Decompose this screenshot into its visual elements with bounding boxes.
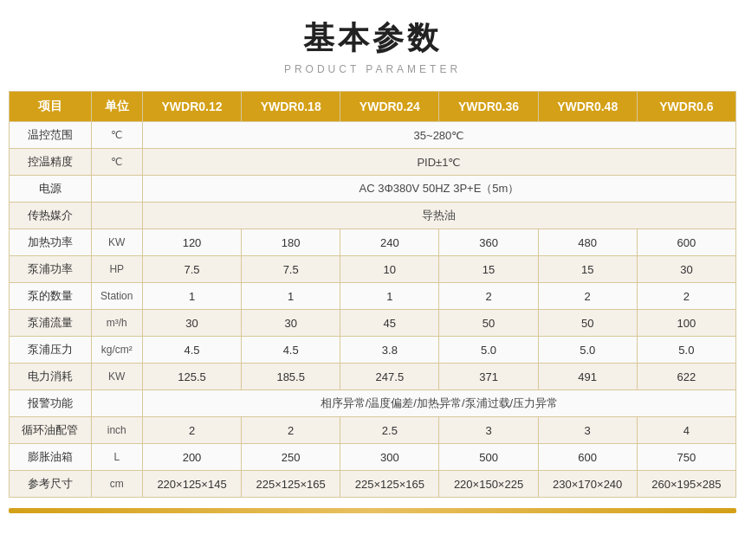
row-8-val-5: 5.0	[637, 337, 735, 364]
row-unit-0: ℃	[91, 122, 142, 149]
row-7-val-0: 30	[142, 310, 241, 337]
row-4-val-3: 360	[439, 229, 538, 256]
row-8-val-1: 4.5	[242, 337, 340, 364]
row-13-val-1: 225×125×165	[242, 471, 340, 498]
row-unit-9: KW	[91, 364, 142, 390]
row-unit-13: cm	[91, 471, 142, 498]
table-row: 泵浦压力kg/cm²4.54.53.85.05.05.0	[10, 337, 736, 364]
row-label-8: 泵浦压力	[10, 337, 92, 364]
row-12-val-0: 200	[142, 444, 241, 471]
row-label-10: 报警功能	[10, 390, 92, 417]
row-9-val-5: 622	[637, 364, 735, 390]
row-4-val-5: 600	[637, 229, 735, 256]
row-8-val-4: 5.0	[538, 337, 637, 364]
page-subtitle: PRODUCT PARAMETER	[284, 63, 461, 75]
row-7-val-2: 45	[340, 310, 439, 337]
row-span-3: 导热油	[142, 203, 735, 229]
row-unit-2	[91, 176, 142, 203]
col-header-6: YWDR0.48	[538, 92, 637, 122]
row-6-val-1: 1	[242, 283, 340, 310]
row-label-1: 控温精度	[10, 149, 92, 176]
row-12-val-4: 600	[538, 444, 637, 471]
row-unit-6: Station	[91, 283, 142, 310]
table-row: 膨胀油箱L200250300500600750	[10, 444, 736, 471]
col-header-1: 单位	[91, 92, 142, 122]
row-11-val-5: 4	[637, 417, 735, 444]
col-header-7: YWDR0.6	[637, 92, 735, 122]
page-title: 基本参数	[303, 17, 442, 60]
row-13-val-0: 220×125×145	[142, 471, 241, 498]
row-6-val-2: 1	[340, 283, 439, 310]
row-7-val-4: 50	[538, 310, 637, 337]
row-13-val-5: 260×195×285	[637, 471, 735, 498]
row-13-val-3: 220×150×225	[439, 471, 538, 498]
table-row: 报警功能相序异常/温度偏差/加热异常/泵浦过载/压力异常	[10, 390, 736, 417]
row-4-val-4: 480	[538, 229, 637, 256]
table-row: 传热媒介导热油	[10, 203, 736, 229]
row-label-11: 循环油配管	[10, 417, 92, 444]
row-label-6: 泵的数量	[10, 283, 92, 310]
row-unit-12: L	[91, 444, 142, 471]
row-5-val-4: 15	[538, 256, 637, 283]
table-row: 泵浦功率HP7.57.510151530	[10, 256, 736, 283]
row-11-val-0: 2	[142, 417, 241, 444]
row-4-val-2: 240	[340, 229, 439, 256]
row-unit-4: KW	[91, 229, 142, 256]
row-unit-11: inch	[91, 417, 142, 444]
row-6-val-4: 2	[538, 283, 637, 310]
table-row: 电源AC 3Φ380V 50HZ 3P+E（5m）	[10, 176, 736, 203]
row-span-1: PID±1℃	[142, 149, 735, 176]
row-11-val-1: 2	[242, 417, 340, 444]
row-7-val-3: 50	[439, 310, 538, 337]
row-7-val-5: 100	[637, 310, 735, 337]
row-label-3: 传热媒介	[10, 203, 92, 229]
row-unit-7: m³/h	[91, 310, 142, 337]
col-header-2: YWDR0.12	[142, 92, 241, 122]
row-5-val-2: 10	[340, 256, 439, 283]
row-8-val-2: 3.8	[340, 337, 439, 364]
bottom-bar	[9, 508, 736, 513]
row-6-val-0: 1	[142, 283, 241, 310]
row-12-val-5: 750	[637, 444, 735, 471]
row-5-val-1: 7.5	[242, 256, 340, 283]
row-label-9: 电力消耗	[10, 364, 92, 390]
table-row: 控温精度℃PID±1℃	[10, 149, 736, 176]
table-row: 参考尺寸cm220×125×145225×125×165225×125×1652…	[10, 471, 736, 498]
row-6-val-3: 2	[439, 283, 538, 310]
param-table: 项目单位YWDR0.12YWDR0.18YWDR0.24YWDR0.36YWDR…	[9, 91, 736, 498]
col-header-3: YWDR0.18	[242, 92, 340, 122]
row-12-val-3: 500	[439, 444, 538, 471]
row-span-2: AC 3Φ380V 50HZ 3P+E（5m）	[142, 176, 735, 203]
row-label-0: 温控范围	[10, 122, 92, 149]
row-9-val-3: 371	[439, 364, 538, 390]
row-span-10: 相序异常/温度偏差/加热异常/泵浦过载/压力异常	[142, 390, 735, 417]
col-header-4: YWDR0.24	[340, 92, 439, 122]
table-row: 温控范围℃35~280℃	[10, 122, 736, 149]
row-label-2: 电源	[10, 176, 92, 203]
row-label-13: 参考尺寸	[10, 471, 92, 498]
row-4-val-1: 180	[242, 229, 340, 256]
row-label-7: 泵浦流量	[10, 310, 92, 337]
row-label-12: 膨胀油箱	[10, 444, 92, 471]
row-9-val-2: 247.5	[340, 364, 439, 390]
table-row: 泵的数量Station111222	[10, 283, 736, 310]
row-span-0: 35~280℃	[142, 122, 735, 149]
row-5-val-5: 30	[637, 256, 735, 283]
row-13-val-4: 230×170×240	[538, 471, 637, 498]
row-13-val-2: 225×125×165	[340, 471, 439, 498]
table-row: 循环油配管inch222.5334	[10, 417, 736, 444]
row-unit-3	[91, 203, 142, 229]
row-9-val-4: 491	[538, 364, 637, 390]
row-label-4: 加热功率	[10, 229, 92, 256]
col-header-0: 项目	[10, 92, 92, 122]
row-9-val-0: 125.5	[142, 364, 241, 390]
row-9-val-1: 185.5	[242, 364, 340, 390]
row-unit-5: HP	[91, 256, 142, 283]
row-unit-10	[91, 390, 142, 417]
row-11-val-3: 3	[439, 417, 538, 444]
row-5-val-0: 7.5	[142, 256, 241, 283]
row-label-5: 泵浦功率	[10, 256, 92, 283]
row-8-val-0: 4.5	[142, 337, 241, 364]
row-11-val-2: 2.5	[340, 417, 439, 444]
table-row: 泵浦流量m³/h3030455050100	[10, 310, 736, 337]
